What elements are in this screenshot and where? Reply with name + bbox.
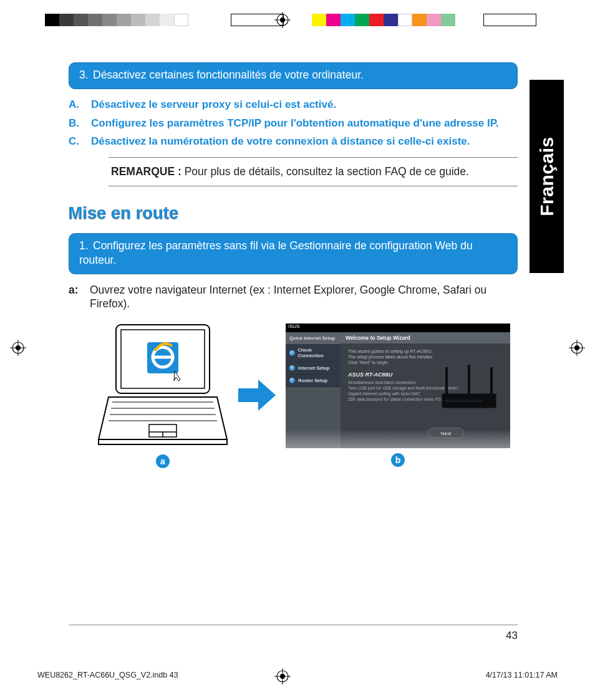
sub-list: A. Désactivez le serveur proxy si celui-…	[69, 98, 518, 148]
note-text: Pour plus de détails, consultez la secti…	[181, 165, 469, 178]
registration-mark-icon	[274, 668, 291, 684]
note-prefix: REMARQUE :	[111, 165, 181, 178]
footer-datetime: 4/17/13 11:01:17 AM	[486, 671, 558, 679]
wizard-sidebar: Quick Internet Setup Check Connection In…	[286, 332, 341, 448]
sub-item-b-label: B.	[69, 117, 91, 130]
setup-wizard-screenshot: /SUS Quick Internet Setup Check Connecti…	[286, 324, 510, 448]
sub-item-a-text: Désactivez le serveur proxy si celui-ci …	[91, 98, 518, 112]
wizard-sidebar-header: Quick Internet Setup	[286, 332, 341, 344]
registration-mark-icon	[274, 12, 291, 28]
sub-item-b: B. Configurez les paramètres TCP/IP pour…	[69, 117, 518, 130]
wizard-main: Welcome to Setup Wizard This wizard guid…	[341, 332, 510, 448]
sub-item-b-text: Configurez les paramètres TCP/IP pour l'…	[91, 117, 518, 130]
figure-badge-b: b	[391, 453, 405, 467]
wizard-sidebar-row: Check Connection	[286, 344, 341, 362]
arrow-right-icon	[237, 378, 277, 412]
page-number: 43	[506, 630, 518, 642]
language-tab-label: Français	[536, 137, 558, 216]
color-calibration-right	[312, 14, 536, 26]
step-1-text: Configurez les paramètres sans fil via l…	[79, 239, 473, 266]
registration-mark-icon	[569, 340, 585, 356]
section-heading: Mise en route	[69, 204, 518, 223]
router-icon	[435, 362, 503, 416]
registration-mark-icon	[10, 340, 26, 356]
svg-rect-24	[468, 365, 470, 395]
step-number: 3.	[79, 68, 93, 82]
sub-item-c-label: C.	[69, 135, 91, 148]
figure-b-column: /SUS Quick Internet Setup Check Connecti…	[286, 324, 510, 467]
substep-a: a: Ouvrez votre navigateur Internet (ex …	[69, 283, 518, 312]
sub-item-a: A. Désactivez le serveur proxy si celui-…	[69, 98, 518, 112]
step-3-text: Désactivez certaines fonctionnalités de …	[93, 69, 364, 81]
wizard-sidebar-row: Router Setup	[286, 375, 341, 387]
wizard-title: Welcome to Setup Wizard	[341, 332, 510, 343]
figure-badge-a: a	[156, 454, 170, 468]
wizard-next-button[interactable]: Next	[428, 428, 464, 438]
sub-item-a-label: A.	[69, 98, 91, 112]
note-box: REMARQUE : Pour plus de détails, consult…	[109, 157, 518, 186]
page-content: 3.Désactivez certaines fonctionnalités d…	[69, 62, 518, 468]
wizard-sidebar-row: Internet Setup	[286, 362, 341, 375]
sub-item-c-text: Désactivez la numérotation de votre conn…	[91, 135, 518, 148]
footer-rule	[69, 625, 518, 625]
step-number: 1.	[79, 239, 93, 253]
step-1-pill: 1.Configurez les paramètres sans fil via…	[69, 233, 518, 274]
sub-item-c: C. Désactivez la numérotation de votre c…	[69, 135, 518, 148]
svg-rect-23	[445, 367, 448, 395]
figure-row: a /SUS Quick Internet Setup Check Connec…	[69, 322, 518, 468]
svg-rect-26	[445, 400, 483, 402]
svg-rect-25	[490, 367, 493, 395]
language-tab: Français	[530, 80, 564, 273]
footer-filename: WEU8262_RT-AC66U_QSG_V2.indb 43	[37, 671, 178, 679]
laptop-icon	[97, 322, 228, 449]
figure-a-column: a	[97, 322, 228, 468]
step-dot-icon	[289, 378, 295, 383]
step-dot-icon	[289, 365, 295, 371]
step-3-pill: 3.Désactivez certaines fonctionnalités d…	[69, 62, 518, 89]
step-dot-icon	[289, 350, 295, 356]
color-calibration-left	[45, 14, 284, 26]
substep-a-text: Ouvrez votre navigateur Internet (ex : I…	[90, 283, 518, 312]
substep-a-label: a:	[69, 283, 90, 312]
wizard-brand: /SUS	[286, 324, 510, 332]
